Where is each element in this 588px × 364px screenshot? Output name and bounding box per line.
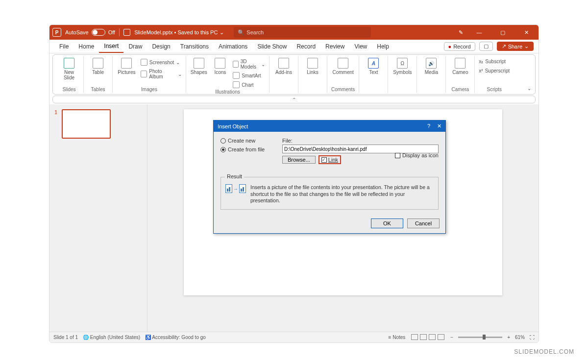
3dmodels-button[interactable]: 3D Models ⌄ [233, 59, 265, 70]
maximize-button[interactable]: ▢ [495, 27, 510, 37]
dialog-help-button[interactable]: ? [427, 123, 430, 129]
cameo-button[interactable]: Cameo [450, 58, 470, 75]
chart-button[interactable]: Chart [233, 81, 265, 88]
table-button[interactable]: Table [88, 58, 108, 75]
group-slides: New Slide Slides [55, 56, 84, 93]
share-icon: ↗ [502, 43, 506, 49]
language-status[interactable]: 🌐 English (United States) [83, 335, 140, 340]
tab-review[interactable]: Review [320, 40, 349, 53]
ok-button[interactable]: OK [371, 218, 403, 228]
text-button[interactable]: AText [363, 58, 384, 75]
close-window-button[interactable]: ✕ [519, 27, 534, 37]
file-label: File: [282, 138, 293, 144]
display-as-icon-checkbox[interactable]: Display as icon [395, 152, 439, 158]
save-icon[interactable] [123, 29, 130, 36]
comment-button[interactable]: Comment [333, 58, 353, 75]
zoom-out-button[interactable]: − [450, 335, 453, 340]
chevron-down-icon[interactable]: ⌄ [220, 29, 224, 36]
checkbox-checked-icon: ✓ [321, 157, 327, 163]
slide-canvas[interactable]: Insert Object ? ✕ Display as icon [184, 109, 502, 295]
tab-transitions[interactable]: Transitions [175, 40, 214, 53]
document-title: SlideModel.pptx • Saved to this PC [134, 29, 218, 35]
ribbon: New Slide Slides Table Tables Pictures S… [52, 54, 536, 95]
tab-view[interactable]: View [349, 40, 372, 53]
record-button[interactable]: ●Record [444, 42, 475, 51]
photo-album-button[interactable]: Photo Album ⌄ [141, 69, 182, 79]
dialog-close-button[interactable]: ✕ [437, 123, 441, 129]
insert-object-dialog: Insert Object ? ✕ Display as icon [213, 120, 446, 234]
group-symbols: ΩSymbols [388, 56, 417, 93]
tab-record[interactable]: Record [292, 40, 320, 53]
result-group: Result → Inserts a picture of the file c… [220, 177, 439, 210]
slide-number: 1 [54, 109, 57, 115]
tab-animations[interactable]: Animations [214, 40, 252, 53]
group-links: Links [298, 56, 327, 93]
superscript-button[interactable]: x² Superscript [479, 68, 510, 73]
zoom-in-button[interactable]: + [507, 335, 510, 340]
smartart-button[interactable]: SmartArt [233, 72, 265, 79]
view-buttons[interactable] [410, 334, 445, 341]
app-window: P AutoSave Off SlideModel.pptx • Saved t… [49, 24, 539, 343]
ribbon-tabs: File Home Insert Draw Design Transitions… [49, 40, 539, 53]
search-placeholder: Search [246, 29, 264, 35]
icons-button[interactable]: Icons [212, 58, 229, 75]
new-slide-button[interactable]: New Slide [59, 58, 79, 80]
canvas-pane: Insert Object ? ✕ Display as icon [147, 104, 539, 339]
collapse-ribbon-bar[interactable]: ⌃ [52, 96, 536, 103]
pictures-button[interactable]: Pictures [117, 58, 137, 75]
addins-button[interactable]: Add-ins [273, 58, 294, 75]
zoom-slider[interactable] [458, 337, 502, 338]
titlebar: P AutoSave Off SlideModel.pptx • Saved t… [49, 25, 539, 40]
result-legend: Result [225, 173, 244, 179]
subscript-button[interactable]: x₂ Subscript [479, 59, 506, 64]
tab-help[interactable]: Help [372, 40, 394, 53]
autosave-toggle[interactable]: AutoSave Off [65, 29, 115, 36]
ribbon-collapse-icon[interactable]: ⌄ [525, 56, 533, 93]
tab-draw[interactable]: Draw [123, 40, 147, 53]
link-checkbox-highlight[interactable]: ✓ Link [318, 155, 341, 164]
result-icon: → [226, 184, 245, 193]
group-comments: Comment Comments [327, 56, 359, 93]
workspace: 1 Insert Object ? ✕ [49, 104, 539, 339]
minimize-button[interactable]: — [472, 27, 487, 37]
cancel-button[interactable]: Cancel [407, 218, 440, 228]
fit-button[interactable]: ⛶ [530, 335, 535, 340]
notes-button[interactable]: ≡ Notes [389, 335, 406, 340]
share-button[interactable]: ↗Share⌄ [497, 42, 534, 51]
autosave-label: AutoSave [65, 29, 89, 35]
browse-button[interactable]: Browse... [282, 156, 316, 164]
tab-home[interactable]: Home [74, 40, 99, 53]
checkbox-icon [395, 153, 400, 158]
tab-insert[interactable]: Insert [99, 40, 123, 53]
symbols-button[interactable]: ΩSymbols [392, 58, 413, 75]
search-icon: 🔍 [238, 29, 245, 36]
tab-file[interactable]: File [54, 40, 74, 53]
dialog-titlebar: Insert Object ? ✕ [214, 121, 445, 132]
powerpoint-icon: P [52, 28, 61, 37]
present-button[interactable]: ▢ [479, 42, 493, 51]
create-new-radio[interactable]: Create new [220, 138, 274, 144]
slide-thumbnail-1[interactable] [62, 109, 111, 139]
group-addins: Add-ins [270, 56, 298, 93]
group-images: Pictures Screenshot ⌄ Photo Album ⌄ Imag… [113, 56, 186, 93]
thumbnail-pane: 1 [49, 104, 147, 339]
screenshot-button[interactable]: Screenshot ⌄ [141, 59, 182, 66]
group-media: 🔊Media [417, 56, 446, 93]
search-input[interactable]: 🔍 Search [234, 27, 371, 38]
media-button[interactable]: 🔊Media [421, 58, 441, 75]
accessibility-status[interactable]: ♿ Accessibility: Good to go [145, 335, 206, 340]
links-button[interactable]: Links [302, 58, 323, 75]
zoom-value: 61% [515, 335, 525, 340]
shapes-button[interactable]: Shapes [190, 58, 208, 75]
tab-slideshow[interactable]: Slide Show [252, 40, 292, 53]
tab-design[interactable]: Design [147, 40, 175, 53]
create-from-file-radio[interactable]: Create from file [220, 146, 274, 152]
radio-icon [220, 138, 226, 144]
statusbar: Slide 1 of 1 🌐 English (United States) ♿… [49, 332, 539, 342]
toggle-switch-icon[interactable] [92, 29, 105, 36]
group-camera: Cameo Camera [446, 56, 475, 93]
group-text: AText [359, 56, 388, 93]
group-illustrations: Shapes Icons 3D Models ⌄ SmartArt Chart … [186, 56, 270, 93]
pen-icon[interactable]: ✎ [459, 29, 463, 36]
result-text: Inserts a picture of the file contents i… [250, 184, 433, 204]
